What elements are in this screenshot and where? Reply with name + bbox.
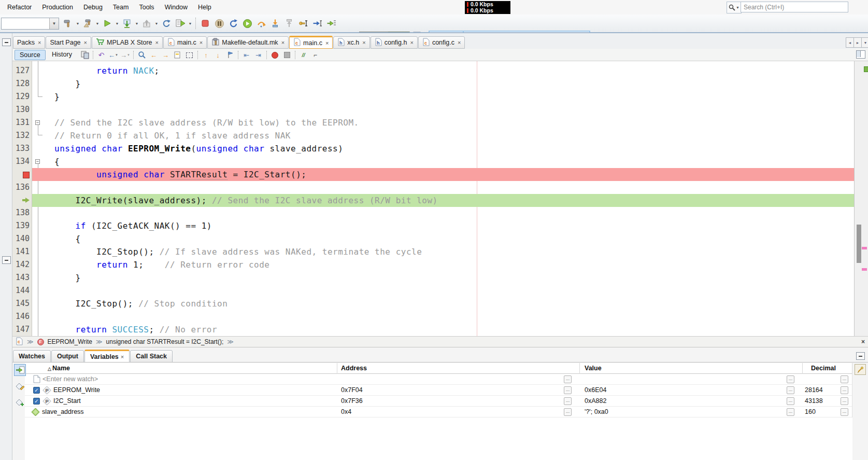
forward-icon[interactable]: →▼ bbox=[119, 50, 131, 60]
cell-address[interactable]: 0x4 bbox=[341, 407, 351, 417]
make-and-program-button[interactable] bbox=[120, 17, 134, 30]
fold-collapse-icon[interactable]: − bbox=[35, 120, 40, 125]
watch-checkbox[interactable]: ✓ bbox=[33, 398, 40, 405]
column-header-value[interactable]: Value bbox=[585, 363, 602, 373]
run-button[interactable] bbox=[101, 17, 114, 30]
watch-name[interactable]: <Enter new watch> bbox=[42, 374, 98, 384]
toggle-bookmark-icon[interactable] bbox=[224, 50, 236, 60]
bottom-tab-watches[interactable]: Watches bbox=[13, 350, 51, 363]
tab-makefile-default-mk[interactable]: Makefile-default.mk× bbox=[207, 36, 289, 49]
menu-item-refactor[interactable]: Refactor bbox=[2, 0, 37, 15]
vertical-scrollbar-thumb[interactable] bbox=[857, 225, 861, 263]
code-line-144[interactable]: 144 bbox=[12, 284, 854, 297]
tab-packs[interactable]: Packs× bbox=[13, 36, 45, 49]
menu-item-production[interactable]: Production bbox=[37, 0, 78, 15]
breadcrumb-statement[interactable]: unsigned char STARTResult = I2C_Start(); bbox=[106, 338, 224, 345]
diff-icon[interactable] bbox=[79, 50, 91, 60]
project-configuration-combobox[interactable]: ▼ bbox=[1, 18, 59, 30]
find-next-icon[interactable]: → bbox=[160, 50, 172, 60]
reset-button[interactable] bbox=[226, 17, 240, 30]
cell-edit-button[interactable]: ... bbox=[841, 408, 848, 416]
menu-item-tools[interactable]: Tools bbox=[134, 0, 159, 15]
code-line-132[interactable]: 132// Return 0 if all OK, 1 if slave add… bbox=[12, 129, 854, 142]
cell-edit-button[interactable]: ... bbox=[564, 397, 572, 405]
cell-edit-button[interactable]: ... bbox=[564, 386, 572, 394]
breadcrumb-function[interactable]: EEPROM_Write bbox=[48, 338, 92, 345]
watch-name[interactable]: I2C_Start bbox=[53, 396, 81, 406]
source-view-button[interactable]: Source bbox=[15, 50, 46, 60]
back-icon[interactable]: ←▼ bbox=[107, 50, 119, 60]
step-instruction-button[interactable] bbox=[310, 17, 324, 30]
cell-edit-button[interactable]: ... bbox=[787, 375, 794, 383]
tab-start-page[interactable]: Start Page× bbox=[46, 36, 91, 49]
uncomment-lines-icon[interactable]: ⌐ bbox=[309, 50, 321, 60]
editor-annotation-strip[interactable] bbox=[854, 61, 868, 336]
finish-debugger-session-button[interactable] bbox=[198, 17, 212, 30]
cell-address[interactable]: 0x7F36 bbox=[341, 396, 363, 406]
code-line-131[interactable]: 131−// Send the I2C slave address (R/W b… bbox=[12, 116, 854, 129]
close-icon[interactable]: × bbox=[362, 39, 365, 46]
split-document-icon[interactable] bbox=[856, 50, 865, 59]
minimize-window-button[interactable] bbox=[856, 352, 865, 360]
table-row[interactable]: slave_address0x4'?'; 0xa0160......... bbox=[25, 407, 852, 417]
edit-watch-button[interactable] bbox=[14, 380, 26, 392]
cell-edit-button[interactable]: ... bbox=[787, 397, 794, 405]
find-previous-icon[interactable]: ← bbox=[148, 50, 160, 60]
code-editor[interactable]: 127 return NACK;128 }129}130131−// Send … bbox=[12, 61, 854, 336]
build-dropdown-icon[interactable]: ▼ bbox=[75, 17, 80, 30]
bottom-tab-output[interactable]: Output bbox=[51, 350, 84, 363]
code-line-138[interactable]: 138 bbox=[12, 206, 854, 219]
menu-item-help[interactable]: Help bbox=[193, 0, 217, 15]
breakpoint-icon[interactable] bbox=[23, 172, 30, 178]
column-separator[interactable] bbox=[802, 363, 803, 374]
make-and-program-dropdown-icon[interactable]: ▼ bbox=[134, 17, 139, 30]
menu-item-window[interactable]: Window bbox=[160, 0, 193, 15]
clean-and-build-dropdown-icon[interactable]: ▼ bbox=[95, 17, 100, 30]
shift-line-right-icon[interactable]: ⇥ bbox=[252, 50, 264, 60]
table-row[interactable]: ✓PI2C_Start0x7F360xA88243138......... bbox=[25, 396, 852, 407]
clean-and-build-button[interactable] bbox=[81, 17, 94, 30]
step-over-button[interactable] bbox=[254, 17, 268, 30]
close-icon[interactable]: × bbox=[325, 40, 329, 46]
cell-decimal[interactable]: 43138 bbox=[805, 396, 823, 406]
toggle-search-highlight-icon[interactable] bbox=[172, 50, 183, 60]
menu-item-team[interactable]: Team bbox=[108, 0, 134, 15]
watch-name[interactable]: EEPROM_Write bbox=[53, 385, 100, 395]
focus-cursor-at-pc-button[interactable] bbox=[324, 17, 338, 30]
run-to-cursor-button[interactable] bbox=[296, 17, 310, 30]
continue-button[interactable] bbox=[240, 17, 254, 30]
step-out-button[interactable] bbox=[282, 17, 296, 30]
code-line-134[interactable]: 134−{ bbox=[12, 155, 854, 168]
refresh-debug-tool-button[interactable] bbox=[160, 17, 173, 30]
tab-list-dropdown-button[interactable]: ▼ bbox=[861, 37, 868, 48]
bottom-tab-call-stack[interactable]: Call Stack bbox=[130, 350, 173, 363]
next-bookmark-icon[interactable]: ↓ bbox=[212, 50, 224, 60]
history-view-button[interactable]: History bbox=[49, 50, 75, 59]
column-separator[interactable] bbox=[579, 363, 580, 374]
cell-decimal[interactable]: 28164 bbox=[805, 385, 823, 395]
scroll-tabs-right-button[interactable]: ► bbox=[853, 37, 862, 48]
comment-lines-icon[interactable]: // bbox=[297, 50, 309, 60]
column-header-name[interactable]: △Name bbox=[48, 363, 70, 374]
global-search-input[interactable] bbox=[741, 2, 848, 12]
shift-line-left-icon[interactable]: ⇤ bbox=[240, 50, 252, 60]
build-button[interactable] bbox=[61, 17, 75, 30]
pause-button[interactable] bbox=[212, 17, 226, 30]
column-separator[interactable] bbox=[852, 363, 852, 374]
close-icon[interactable]: × bbox=[281, 39, 284, 46]
tab-config-c[interactable]: cconfig.c× bbox=[418, 36, 465, 49]
cell-edit-button[interactable]: ... bbox=[787, 408, 794, 416]
close-icon[interactable]: × bbox=[38, 39, 41, 46]
code-line-142[interactable]: 142 return 1; // Return error code bbox=[12, 258, 854, 271]
table-row[interactable]: <Enter new watch>......... bbox=[25, 374, 852, 385]
minimize-window-button[interactable] bbox=[2, 38, 11, 46]
code-line-143[interactable]: 143 } bbox=[12, 271, 854, 284]
close-icon[interactable]: × bbox=[861, 338, 865, 345]
program-device-run-button[interactable] bbox=[174, 17, 187, 30]
code-line-146[interactable]: 146 bbox=[12, 310, 854, 323]
scroll-tabs-left-button[interactable]: ◄ bbox=[846, 37, 854, 48]
cell-value[interactable]: '?'; 0xa0 bbox=[585, 407, 608, 417]
code-line-136[interactable]: 136 bbox=[12, 181, 854, 194]
code-line-137[interactable]: I2C_Write(slave_address); // Send the I2… bbox=[12, 194, 854, 207]
read-device-memory-dropdown-icon[interactable]: ▼ bbox=[154, 17, 159, 30]
